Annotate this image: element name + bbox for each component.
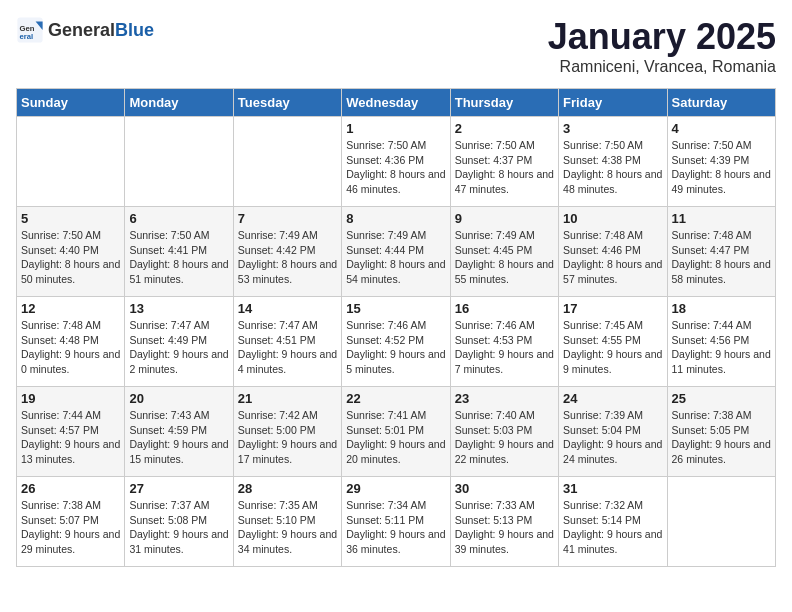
day-number: 7 <box>238 211 337 226</box>
calendar-cell: 17Sunrise: 7:45 AM Sunset: 4:55 PM Dayli… <box>559 297 667 387</box>
day-number: 24 <box>563 391 662 406</box>
calendar-cell: 27Sunrise: 7:37 AM Sunset: 5:08 PM Dayli… <box>125 477 233 567</box>
weekday-header-cell: Tuesday <box>233 89 341 117</box>
calendar-cell: 9Sunrise: 7:49 AM Sunset: 4:45 PM Daylig… <box>450 207 558 297</box>
calendar-cell: 16Sunrise: 7:46 AM Sunset: 4:53 PM Dayli… <box>450 297 558 387</box>
day-info: Sunrise: 7:48 AM Sunset: 4:48 PM Dayligh… <box>21 318 120 377</box>
day-number: 11 <box>672 211 771 226</box>
calendar-cell: 13Sunrise: 7:47 AM Sunset: 4:49 PM Dayli… <box>125 297 233 387</box>
day-number: 30 <box>455 481 554 496</box>
calendar-cell: 5Sunrise: 7:50 AM Sunset: 4:40 PM Daylig… <box>17 207 125 297</box>
calendar-cell <box>667 477 775 567</box>
day-info: Sunrise: 7:38 AM Sunset: 5:07 PM Dayligh… <box>21 498 120 557</box>
weekday-header-cell: Sunday <box>17 89 125 117</box>
weekday-header-cell: Wednesday <box>342 89 450 117</box>
day-number: 28 <box>238 481 337 496</box>
day-number: 12 <box>21 301 120 316</box>
day-number: 18 <box>672 301 771 316</box>
day-info: Sunrise: 7:35 AM Sunset: 5:10 PM Dayligh… <box>238 498 337 557</box>
day-info: Sunrise: 7:50 AM Sunset: 4:40 PM Dayligh… <box>21 228 120 287</box>
calendar-subtitle: Ramniceni, Vrancea, Romania <box>548 58 776 76</box>
calendar-cell: 23Sunrise: 7:40 AM Sunset: 5:03 PM Dayli… <box>450 387 558 477</box>
day-info: Sunrise: 7:50 AM Sunset: 4:38 PM Dayligh… <box>563 138 662 197</box>
calendar-cell: 15Sunrise: 7:46 AM Sunset: 4:52 PM Dayli… <box>342 297 450 387</box>
calendar-cell: 4Sunrise: 7:50 AM Sunset: 4:39 PM Daylig… <box>667 117 775 207</box>
day-info: Sunrise: 7:38 AM Sunset: 5:05 PM Dayligh… <box>672 408 771 467</box>
calendar-week-row: 5Sunrise: 7:50 AM Sunset: 4:40 PM Daylig… <box>17 207 776 297</box>
day-number: 13 <box>129 301 228 316</box>
calendar-cell: 28Sunrise: 7:35 AM Sunset: 5:10 PM Dayli… <box>233 477 341 567</box>
calendar-week-row: 1Sunrise: 7:50 AM Sunset: 4:36 PM Daylig… <box>17 117 776 207</box>
weekday-header-cell: Monday <box>125 89 233 117</box>
day-info: Sunrise: 7:32 AM Sunset: 5:14 PM Dayligh… <box>563 498 662 557</box>
day-number: 8 <box>346 211 445 226</box>
day-info: Sunrise: 7:37 AM Sunset: 5:08 PM Dayligh… <box>129 498 228 557</box>
weekday-header-cell: Thursday <box>450 89 558 117</box>
day-number: 19 <box>21 391 120 406</box>
header: Gen eral GeneralBlue January 2025 Ramnic… <box>16 16 776 76</box>
day-number: 29 <box>346 481 445 496</box>
day-number: 4 <box>672 121 771 136</box>
day-info: Sunrise: 7:44 AM Sunset: 4:56 PM Dayligh… <box>672 318 771 377</box>
day-number: 31 <box>563 481 662 496</box>
day-info: Sunrise: 7:50 AM Sunset: 4:39 PM Dayligh… <box>672 138 771 197</box>
calendar-cell: 6Sunrise: 7:50 AM Sunset: 4:41 PM Daylig… <box>125 207 233 297</box>
day-info: Sunrise: 7:43 AM Sunset: 4:59 PM Dayligh… <box>129 408 228 467</box>
day-number: 14 <box>238 301 337 316</box>
calendar-cell: 21Sunrise: 7:42 AM Sunset: 5:00 PM Dayli… <box>233 387 341 477</box>
title-area: January 2025 Ramniceni, Vrancea, Romania <box>548 16 776 76</box>
day-info: Sunrise: 7:49 AM Sunset: 4:45 PM Dayligh… <box>455 228 554 287</box>
day-info: Sunrise: 7:50 AM Sunset: 4:36 PM Dayligh… <box>346 138 445 197</box>
calendar-cell: 25Sunrise: 7:38 AM Sunset: 5:05 PM Dayli… <box>667 387 775 477</box>
calendar-cell <box>233 117 341 207</box>
day-number: 17 <box>563 301 662 316</box>
calendar-cell: 14Sunrise: 7:47 AM Sunset: 4:51 PM Dayli… <box>233 297 341 387</box>
day-info: Sunrise: 7:47 AM Sunset: 4:49 PM Dayligh… <box>129 318 228 377</box>
weekday-header-cell: Saturday <box>667 89 775 117</box>
calendar-cell: 12Sunrise: 7:48 AM Sunset: 4:48 PM Dayli… <box>17 297 125 387</box>
calendar-cell: 31Sunrise: 7:32 AM Sunset: 5:14 PM Dayli… <box>559 477 667 567</box>
calendar-cell: 1Sunrise: 7:50 AM Sunset: 4:36 PM Daylig… <box>342 117 450 207</box>
day-info: Sunrise: 7:44 AM Sunset: 4:57 PM Dayligh… <box>21 408 120 467</box>
calendar-cell <box>17 117 125 207</box>
weekday-header-cell: Friday <box>559 89 667 117</box>
day-info: Sunrise: 7:42 AM Sunset: 5:00 PM Dayligh… <box>238 408 337 467</box>
calendar-cell: 8Sunrise: 7:49 AM Sunset: 4:44 PM Daylig… <box>342 207 450 297</box>
day-info: Sunrise: 7:49 AM Sunset: 4:42 PM Dayligh… <box>238 228 337 287</box>
day-number: 16 <box>455 301 554 316</box>
calendar-cell: 20Sunrise: 7:43 AM Sunset: 4:59 PM Dayli… <box>125 387 233 477</box>
calendar-cell: 11Sunrise: 7:48 AM Sunset: 4:47 PM Dayli… <box>667 207 775 297</box>
day-number: 1 <box>346 121 445 136</box>
calendar-week-row: 12Sunrise: 7:48 AM Sunset: 4:48 PM Dayli… <box>17 297 776 387</box>
day-number: 27 <box>129 481 228 496</box>
calendar-cell: 19Sunrise: 7:44 AM Sunset: 4:57 PM Dayli… <box>17 387 125 477</box>
day-info: Sunrise: 7:45 AM Sunset: 4:55 PM Dayligh… <box>563 318 662 377</box>
day-info: Sunrise: 7:47 AM Sunset: 4:51 PM Dayligh… <box>238 318 337 377</box>
day-number: 21 <box>238 391 337 406</box>
day-number: 2 <box>455 121 554 136</box>
day-info: Sunrise: 7:46 AM Sunset: 4:53 PM Dayligh… <box>455 318 554 377</box>
logo-icon: Gen eral <box>16 16 44 44</box>
calendar-cell: 29Sunrise: 7:34 AM Sunset: 5:11 PM Dayli… <box>342 477 450 567</box>
calendar-cell <box>125 117 233 207</box>
calendar-body: 1Sunrise: 7:50 AM Sunset: 4:36 PM Daylig… <box>17 117 776 567</box>
day-number: 20 <box>129 391 228 406</box>
calendar-cell: 2Sunrise: 7:50 AM Sunset: 4:37 PM Daylig… <box>450 117 558 207</box>
day-info: Sunrise: 7:50 AM Sunset: 4:37 PM Dayligh… <box>455 138 554 197</box>
calendar-week-row: 26Sunrise: 7:38 AM Sunset: 5:07 PM Dayli… <box>17 477 776 567</box>
calendar-cell: 7Sunrise: 7:49 AM Sunset: 4:42 PM Daylig… <box>233 207 341 297</box>
day-info: Sunrise: 7:41 AM Sunset: 5:01 PM Dayligh… <box>346 408 445 467</box>
calendar-cell: 30Sunrise: 7:33 AM Sunset: 5:13 PM Dayli… <box>450 477 558 567</box>
calendar-cell: 26Sunrise: 7:38 AM Sunset: 5:07 PM Dayli… <box>17 477 125 567</box>
day-info: Sunrise: 7:39 AM Sunset: 5:04 PM Dayligh… <box>563 408 662 467</box>
logo-text-blue: Blue <box>115 20 154 40</box>
logo: Gen eral GeneralBlue <box>16 16 154 44</box>
calendar-title: January 2025 <box>548 16 776 58</box>
day-number: 22 <box>346 391 445 406</box>
day-number: 9 <box>455 211 554 226</box>
day-number: 26 <box>21 481 120 496</box>
calendar-cell: 18Sunrise: 7:44 AM Sunset: 4:56 PM Dayli… <box>667 297 775 387</box>
day-info: Sunrise: 7:40 AM Sunset: 5:03 PM Dayligh… <box>455 408 554 467</box>
calendar-cell: 22Sunrise: 7:41 AM Sunset: 5:01 PM Dayli… <box>342 387 450 477</box>
day-number: 5 <box>21 211 120 226</box>
